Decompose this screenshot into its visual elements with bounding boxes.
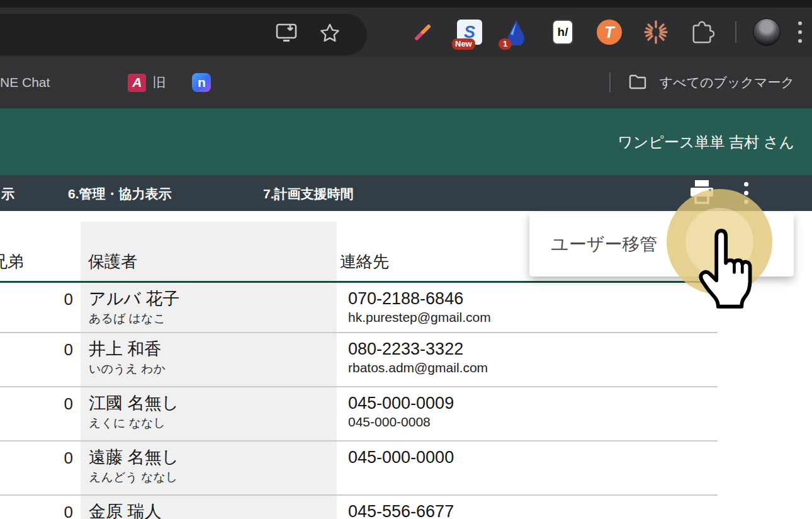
siblings-cell: 0 [0,442,81,494]
contact-primary: 045-000-0000 [348,447,718,467]
guardian-kana: あるば はなこ [89,311,340,327]
guardian-kana: えくに ななし [89,415,340,431]
contact-secondary: rbatos.adm@gmail.com [348,360,718,375]
eyedropper-extension-icon[interactable] [409,18,437,46]
contact-secondary: 045-000-0008 [348,414,718,430]
folder-icon [628,73,647,93]
contact-primary: 045-000-0009 [348,393,718,413]
logged-in-user-label: ワンピース単単 吉村 さん [617,132,794,152]
extensions-puzzle-icon[interactable] [689,18,716,46]
guardian-name: 江國 名無し [89,393,340,413]
h-slash-extension-icon[interactable]: h/ [549,18,577,46]
starburst-extension-icon[interactable] [642,18,670,46]
browser-menu-icon[interactable] [798,21,802,43]
guardian-cell: 江國 名無しえくに ななし [81,387,340,440]
table-row[interactable]: 0遠藤 名無しえんどう ななし045-000-0000 [0,442,718,496]
table-rows: 0アルバ 花子あるば はなこ070-2188-6846hk.purestep@g… [0,283,718,519]
address-bar[interactable] [0,14,367,55]
siblings-cell: 0 [0,333,81,386]
column-header-siblings: 兄弟 [0,251,24,273]
guardian-kana: いのうえ わか [89,361,340,377]
siblings-cell: 0 [0,283,81,332]
contact-cell: 080-2233-3322rbatos.adm@gmail.com [340,333,718,386]
bookmark-ne-chat[interactable]: NE Chat [0,75,50,90]
send-to-device-icon[interactable] [275,23,298,47]
a-favicon: A [128,74,146,92]
siblings-cell: 0 [0,387,81,440]
table-row[interactable]: 0江國 名無しえくに ななし045-000-0009045-000-0008 [0,387,718,442]
guardian-name: 井上 和香 [89,339,340,359]
nav-tab-kanri-kyoryoku[interactable]: 6.管理・協力表示 [68,185,172,203]
guardian-cell: 金原 瑞人 [81,496,340,519]
nav-tab-keikaku-shien[interactable]: 7.計画支援時間 [263,185,354,203]
bookmark-star-icon[interactable] [319,23,341,47]
bookmarks-bar: NE Chat A 旧 n すべてのブックマーク [0,57,812,108]
contact-primary: 070-2188-6846 [348,288,718,309]
t-extension-icon[interactable]: T [595,18,623,46]
contact-cell: 070-2188-6846hk.purestep@gmail.com [340,283,718,332]
profile-avatar[interactable] [753,18,781,46]
guardian-cell: 遠藤 名無しえんどう ななし [81,442,340,494]
bookmark-kyu[interactable]: A 旧 [128,74,166,92]
browser-toolbar: S New 1 h/ T [0,8,812,57]
column-header-guardian: 保護者 [88,251,137,273]
contact-secondary: hk.purestep@gmail.com [348,310,718,325]
drop-extension-icon[interactable]: 1 [502,18,530,46]
app-header: ワンピース単単 吉村 さん [0,108,812,175]
contact-primary: 045-556-6677 [348,501,718,519]
toolbar-divider [735,21,736,43]
window-frame [0,0,812,8]
guardian-name: 遠藤 名無し [89,447,340,467]
s-extension-icon[interactable]: S New [456,18,483,46]
siblings-cell: 0 [0,496,81,519]
bookmarks-divider [609,72,611,93]
nav-tab-cutoff[interactable]: 示 [1,185,14,203]
table-row[interactable]: 0金原 瑞人045-556-6677 [0,496,718,519]
all-bookmarks-button[interactable]: すべてのブックマーク [660,74,794,91]
guardian-cell: 井上 和香いのうえ わか [81,333,340,386]
guardian-name: 金原 瑞人 [89,501,340,519]
menu-item-user-transfer[interactable]: ユーザー移管 [529,232,657,256]
hand-cursor-icon [690,228,759,311]
guardian-name: アルバ 花子 [89,288,340,309]
new-badge: New [452,38,475,50]
contact-cell: 045-000-0009045-000-0008 [340,387,718,440]
screen: S New 1 h/ T [0,0,812,519]
extensions-row: S New 1 h/ T [409,8,812,57]
contact-primary: 080-2233-3322 [348,339,718,359]
contact-cell: 045-000-0000 [340,442,718,494]
table-row[interactable]: 0アルバ 花子あるば はなこ070-2188-6846hk.purestep@g… [0,283,718,333]
guardian-cell: アルバ 花子あるば はなこ [81,283,340,332]
count-badge: 1 [499,38,512,50]
guardian-kana: えんどう ななし [89,469,340,486]
table-row[interactable]: 0井上 和香いのうえ わか080-2233-3322rbatos.adm@gma… [0,333,718,387]
contact-cell: 045-556-6677 [340,496,718,519]
bookmark-n[interactable]: n [192,73,211,92]
column-header-contact: 連絡先 [340,251,389,273]
